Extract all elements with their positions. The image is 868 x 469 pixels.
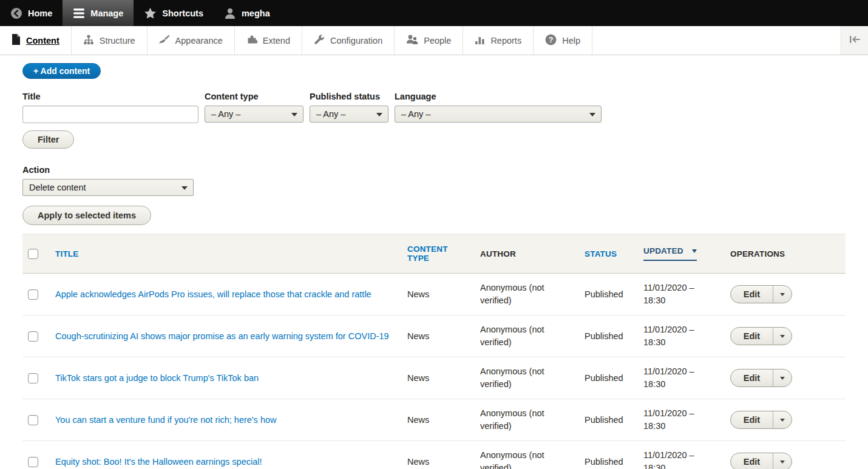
row-checkbox[interactable] xyxy=(28,289,38,300)
menubar-item-people[interactable]: People xyxy=(395,26,463,55)
toolbar-item-shortcuts[interactable]: Shortcuts xyxy=(134,0,214,26)
exposed-filters: Title Content type – Any – Published sta… xyxy=(22,92,846,123)
menubar-item-label: Structure xyxy=(100,36,135,46)
drupal-admin-screen: Home Manage Shortcuts megha Conten xyxy=(0,0,868,469)
row-title-link[interactable]: Apple acknowledges AirPods Pro issues, w… xyxy=(55,289,371,299)
row-content-type: News xyxy=(407,288,480,301)
row-content-type: News xyxy=(407,330,480,343)
row-updated: 11/01/2020 – 18:30 xyxy=(643,449,730,469)
filter-content-type-group: Content type – Any – xyxy=(205,92,303,123)
row-title-link[interactable]: Equity shot: Boo! It's the Halloween ear… xyxy=(55,457,262,467)
row-content-type: News xyxy=(407,372,480,385)
row-status: Published xyxy=(585,330,643,343)
select-all-cell xyxy=(22,249,55,259)
row-operations: Edit xyxy=(730,411,846,429)
row-checkbox[interactable] xyxy=(28,331,38,342)
chevron-down-icon xyxy=(291,113,297,116)
column-header-updated-sort[interactable]: UPDATED xyxy=(643,246,697,261)
table-header-row: TITLE CONTENT TYPE AUTHOR STATUS UPDATED… xyxy=(22,234,846,274)
edit-dropdown-toggle[interactable] xyxy=(773,369,792,386)
toolbar-item-user[interactable]: megha xyxy=(214,0,280,26)
column-header-updated-label: UPDATED xyxy=(643,246,683,255)
menubar-item-label: Help xyxy=(562,36,580,46)
published-status-select[interactable]: – Any – xyxy=(310,106,388,123)
filter-button[interactable]: Filter xyxy=(22,130,74,149)
row-checkbox[interactable] xyxy=(28,373,38,383)
menubar-item-appearance[interactable]: Appearance xyxy=(147,26,235,55)
row-status: Published xyxy=(585,456,643,468)
edit-button[interactable]: Edit xyxy=(731,453,773,469)
column-header-operations: OPERATIONS xyxy=(730,249,846,258)
row-author: Anonymous (not verified) xyxy=(480,282,585,307)
action-label: Action xyxy=(22,165,846,175)
action-select-value: Delete content xyxy=(29,183,86,192)
table-row: You can start a venture fund if you're n… xyxy=(22,399,846,441)
row-title-link[interactable]: Cough-scrutinizing AI shows major promis… xyxy=(55,331,389,341)
edit-dropdown-toggle[interactable] xyxy=(773,328,792,345)
column-header-status[interactable]: STATUS xyxy=(585,249,617,258)
toolbar-item-home[interactable]: Home xyxy=(0,0,63,26)
caret-down-icon xyxy=(780,461,785,464)
user-icon xyxy=(224,7,236,19)
menubar-item-help[interactable]: ? Help xyxy=(534,26,592,55)
menubar-item-structure[interactable]: Structure xyxy=(72,26,147,55)
row-select-cell xyxy=(22,457,55,467)
row-operations: Edit xyxy=(730,327,846,345)
bar-chart-icon xyxy=(475,35,485,47)
chevron-down-icon xyxy=(181,186,188,190)
edit-button[interactable]: Edit xyxy=(731,411,773,428)
language-select[interactable]: – Any – xyxy=(395,106,602,123)
menubar-item-label: People xyxy=(424,36,451,46)
title-filter-label: Title xyxy=(22,92,198,101)
title-filter-input[interactable] xyxy=(22,106,198,123)
filter-title-group: Title xyxy=(22,92,198,123)
edit-split-button: Edit xyxy=(730,285,792,303)
table-row: Equity shot: Boo! It's the Halloween ear… xyxy=(22,441,846,469)
menubar-item-extend[interactable]: Extend xyxy=(235,26,302,55)
row-title-link[interactable]: You can start a venture fund if you're n… xyxy=(55,415,277,425)
toolbar-collapse-button[interactable] xyxy=(841,26,868,55)
filter-published-status-group: Published status – Any – xyxy=(310,92,388,123)
row-title-link[interactable]: TikTok stars got a judge to block Trump'… xyxy=(55,373,259,383)
edit-button[interactable]: Edit xyxy=(731,369,773,386)
row-checkbox[interactable] xyxy=(28,415,38,425)
paintbrush-icon xyxy=(159,34,170,47)
column-header-author: AUTHOR xyxy=(480,249,585,258)
content-type-filter-label: Content type xyxy=(205,92,303,101)
puzzle-icon xyxy=(246,34,257,47)
apply-to-selected-items-button[interactable]: Apply to selected items xyxy=(22,206,151,225)
edit-split-button: Edit xyxy=(730,411,792,429)
language-filter-label: Language xyxy=(395,92,602,101)
content-table: TITLE CONTENT TYPE AUTHOR STATUS UPDATED… xyxy=(22,234,846,469)
edit-button[interactable]: Edit xyxy=(731,328,773,345)
menubar-item-configuration[interactable]: Configuration xyxy=(302,26,395,55)
toolbar-item-label: megha xyxy=(242,8,270,18)
row-updated: 11/01/2020 – 18:30 xyxy=(643,365,730,391)
row-status: Published xyxy=(585,414,643,427)
row-select-cell xyxy=(22,415,55,425)
table-row: Apple acknowledges AirPods Pro issues, w… xyxy=(22,274,846,315)
row-operations: Edit xyxy=(730,453,846,469)
menubar-item-content[interactable]: Content xyxy=(0,26,72,55)
toolbar-item-manage[interactable]: Manage xyxy=(63,0,134,26)
content-type-select[interactable]: – Any – xyxy=(205,106,303,123)
document-icon xyxy=(12,34,21,47)
add-content-button[interactable]: + Add content xyxy=(22,63,101,79)
column-header-title[interactable]: TITLE xyxy=(55,249,79,258)
edit-button[interactable]: Edit xyxy=(731,286,773,303)
menubar-item-reports[interactable]: Reports xyxy=(463,26,534,55)
star-icon xyxy=(144,7,157,19)
row-author: Anonymous (not verified) xyxy=(480,323,585,349)
edit-dropdown-toggle[interactable] xyxy=(773,286,792,303)
row-checkbox[interactable] xyxy=(28,457,38,467)
collapse-left-icon xyxy=(849,35,861,47)
action-select[interactable]: Delete content xyxy=(22,179,194,196)
menubar-item-label: Appearance xyxy=(175,36,223,46)
table-body: Apple acknowledges AirPods Pro issues, w… xyxy=(22,274,846,469)
content-type-select-value: – Any – xyxy=(211,109,240,119)
row-status: Published xyxy=(585,288,643,301)
select-all-checkbox[interactable] xyxy=(28,249,38,259)
edit-dropdown-toggle[interactable] xyxy=(773,411,792,428)
edit-dropdown-toggle[interactable] xyxy=(773,453,792,469)
column-header-content-type[interactable]: CONTENT TYPE xyxy=(407,245,448,263)
